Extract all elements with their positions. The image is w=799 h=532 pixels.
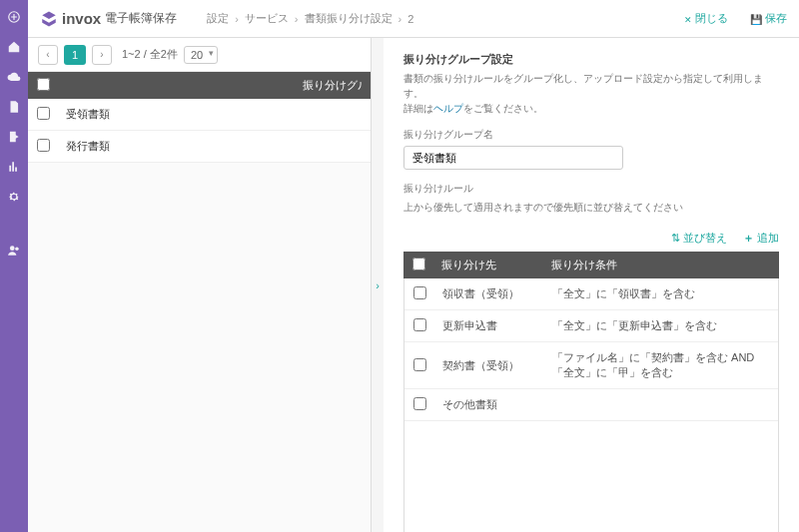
group-name-cell: 発行書類 [58, 131, 371, 163]
collapse-handle[interactable]: › [372, 38, 384, 532]
field-label: 振り分けグループ名 [403, 128, 779, 142]
table-row[interactable]: 更新申込書「全文」に「更新申込書」を含む [404, 310, 778, 342]
breadcrumb-item[interactable]: サービス [245, 11, 289, 26]
rule-dest-cell: その他書類 [434, 389, 544, 421]
breadcrumb-item[interactable]: 設定 [207, 11, 229, 26]
nav-item[interactable] [7, 10, 21, 26]
rule-dest-cell: 更新申込書 [434, 310, 544, 342]
page-range: 1~2 / 全2件 [122, 47, 178, 62]
add-button[interactable]: 追加 [743, 231, 779, 246]
field-label: 振り分けルール [403, 182, 779, 196]
breadcrumb: 設定› サービス› 書類振り分け設定› 2 [207, 11, 413, 26]
row-checkbox[interactable] [37, 139, 50, 152]
table-row[interactable]: 領収書（受領）「全文」に「領収書」を含む [404, 278, 778, 310]
logo-sub: 電子帳簿保存 [105, 10, 177, 27]
table-row[interactable]: 契約書（受領）「ファイル名」に「契約書」を含む AND 「全文」に「甲」を含む [404, 342, 778, 389]
row-checkbox[interactable] [413, 318, 426, 331]
section-desc: 書類の振り分けルールをグループ化し、アップロード設定から指定して利用します。 詳… [403, 71, 779, 116]
pager: ‹ 1 › 1~2 / 全2件 20 [28, 38, 371, 72]
close-icon [684, 13, 692, 25]
gear-icon[interactable] [7, 190, 21, 206]
group-name-cell: 受領書類 [58, 99, 371, 131]
table-row[interactable]: 受領書類 [28, 99, 371, 131]
column-header: 振り分け条件 [543, 252, 779, 278]
svg-point-1 [10, 246, 15, 251]
home-icon[interactable] [7, 40, 21, 56]
logo-text: invox [62, 10, 101, 27]
sort-button[interactable]: 並び替え [671, 231, 727, 246]
svg-point-2 [15, 248, 19, 252]
rule-dest-cell: 領収書（受領） [434, 278, 544, 310]
export-icon[interactable] [7, 130, 21, 146]
document-icon[interactable] [7, 100, 21, 116]
rule-cond-cell: 「全文」に「領収書」を含む [544, 278, 778, 310]
sort-icon [671, 232, 680, 245]
logo-icon [40, 10, 58, 28]
detail-pane: 振り分けグループ設定 書類の振り分けルールをグループ化し、アップロード設定から指… [384, 38, 799, 532]
breadcrumb-item: 2 [407, 13, 413, 25]
left-pane: ‹ 1 › 1~2 / 全2件 20 振り分けグループ名 受領書類発行書類 [28, 38, 372, 532]
section-title: 振り分けグループ設定 [403, 52, 779, 67]
select-all-rules-checkbox[interactable] [412, 258, 425, 270]
row-checkbox[interactable] [413, 397, 426, 410]
column-header: 振り分け先 [433, 252, 543, 278]
group-table: 振り分けグループ名 受領書類発行書類 [28, 72, 371, 163]
column-header: 振り分けグループ名 [58, 72, 371, 99]
rule-table: 振り分け先 振り分け条件 [403, 252, 779, 278]
cloud-upload-icon[interactable] [7, 70, 21, 86]
save-icon [750, 13, 762, 25]
row-checkbox[interactable] [413, 286, 426, 299]
rule-dest-cell: 契約書（受領） [434, 342, 544, 389]
page-size-select[interactable]: 20 [184, 46, 218, 64]
rule-cond-cell [544, 389, 778, 421]
users-icon[interactable] [7, 244, 21, 260]
group-name-input[interactable] [403, 146, 623, 170]
plus-icon [743, 231, 754, 246]
app-logo: invox 電子帳簿保存 [40, 10, 177, 28]
rule-note: 上から優先して適用されますので優先順に並び替えてください [403, 200, 779, 215]
table-row[interactable]: 発行書類 [28, 131, 371, 163]
select-all-checkbox[interactable] [37, 78, 50, 91]
rule-cond-cell: 「ファイル名」に「契約書」を含む AND 「全文」に「甲」を含む [544, 342, 778, 389]
table-row[interactable]: その他書類 [404, 389, 778, 421]
close-button[interactable]: 閉じる [684, 11, 728, 26]
row-checkbox[interactable] [413, 358, 426, 371]
breadcrumb-item[interactable]: 書類振り分け設定 [305, 11, 393, 26]
save-button[interactable]: 保存 [750, 11, 787, 26]
prev-page-button[interactable]: ‹ [38, 45, 58, 65]
app-header: invox 電子帳簿保存 設定› サービス› 書類振り分け設定› 2 閉じる 保… [28, 0, 799, 38]
nav-sidebar [0, 0, 28, 532]
current-page[interactable]: 1 [64, 45, 86, 65]
chart-icon[interactable] [7, 160, 21, 176]
next-page-button[interactable]: › [92, 45, 112, 65]
row-checkbox[interactable] [37, 107, 50, 120]
rule-cond-cell: 「全文」に「更新申込書」を含む [544, 310, 778, 342]
help-link[interactable]: ヘルプ [433, 103, 463, 114]
